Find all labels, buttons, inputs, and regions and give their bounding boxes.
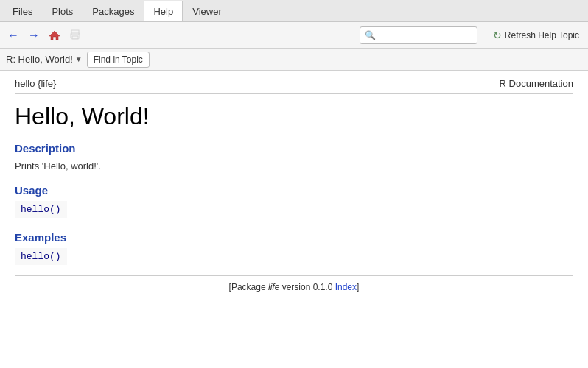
tab-viewer[interactable]: Viewer xyxy=(183,1,231,21)
tab-packages[interactable]: Packages xyxy=(83,1,144,21)
help-title: Hello, World! xyxy=(15,103,573,130)
home-button[interactable] xyxy=(46,26,63,44)
print-icon xyxy=(69,29,81,41)
tab-files[interactable]: Files xyxy=(3,1,42,21)
toolbar-separator xyxy=(483,28,483,43)
address-bar: R: Hello, World! ▼ Find in Topic xyxy=(0,49,588,71)
search-input[interactable] xyxy=(378,30,474,40)
find-in-topic-button[interactable]: Find in Topic xyxy=(87,52,150,68)
forward-button[interactable]: → xyxy=(25,26,43,44)
help-content: hello {life} R Documentation Hello, Worl… xyxy=(0,71,588,305)
r-documentation-label: R Documentation xyxy=(500,78,573,89)
search-icon: 🔍 xyxy=(365,30,376,40)
usage-code: hello() xyxy=(15,201,67,218)
toolbar: ← → 🔍 ↻ Refresh Help Topic xyxy=(0,22,588,49)
search-box[interactable]: 🔍 xyxy=(360,26,477,44)
address-label: R: Hello, World! ▼ xyxy=(6,54,83,65)
usage-heading: Usage xyxy=(15,184,573,197)
tab-help[interactable]: Help xyxy=(144,1,183,21)
refresh-button[interactable]: ↻ Refresh Help Topic xyxy=(489,28,584,43)
examples-code: hello() xyxy=(15,248,67,265)
content-area[interactable]: hello {life} R Documentation Hello, Worl… xyxy=(0,71,588,368)
footer-index-link[interactable]: Index xyxy=(335,282,357,292)
dropdown-arrow-icon: ▼ xyxy=(75,55,83,63)
tab-plots[interactable]: Plots xyxy=(42,1,83,21)
refresh-icon: ↻ xyxy=(493,29,502,41)
svg-marker-0 xyxy=(49,31,60,40)
svg-rect-1 xyxy=(71,30,79,35)
home-icon xyxy=(49,29,60,41)
back-button[interactable]: ← xyxy=(4,26,22,44)
description-text: Prints 'Hello, world!'. xyxy=(15,159,573,174)
description-heading: Description xyxy=(15,142,573,155)
package-label: hello {life} xyxy=(15,78,56,89)
tab-bar: Files Plots Packages Help Viewer xyxy=(0,0,588,22)
help-footer: [Package life version 0.1.0 Index] xyxy=(15,275,573,298)
examples-heading: Examples xyxy=(15,231,573,244)
help-header: hello {life} R Documentation xyxy=(15,78,573,94)
print-button[interactable] xyxy=(66,26,84,44)
footer-package-name: life xyxy=(268,282,279,292)
